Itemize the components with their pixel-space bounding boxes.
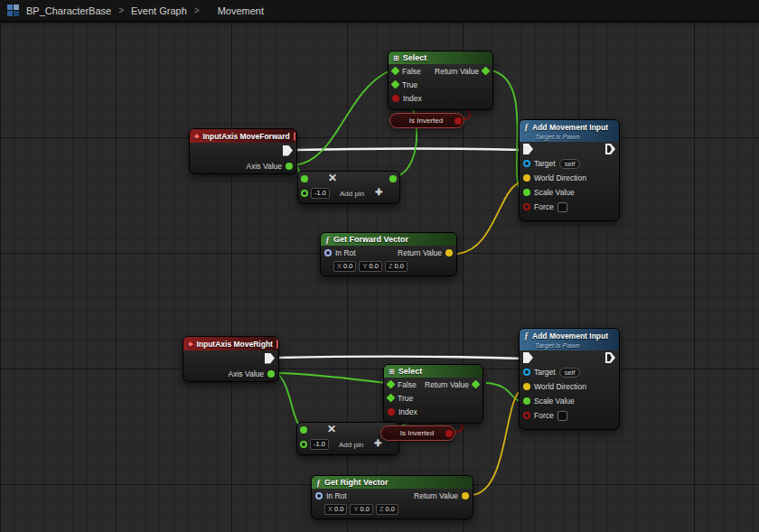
rot-y-input[interactable]: Y0.0 — [359, 261, 381, 272]
add-pin-label[interactable]: Add pin — [339, 441, 363, 449]
exec-output-pin[interactable] — [265, 353, 275, 364]
pin-row — [190, 143, 296, 158]
force-checkbox[interactable] — [558, 411, 567, 421]
pin-axis-value[interactable] — [267, 370, 275, 378]
node-header: ƒ Get Right Vector — [312, 476, 473, 489]
pin-row: Axis Value — [183, 366, 278, 381]
function-icon: ƒ — [524, 331, 529, 341]
pin-world-direction[interactable] — [523, 383, 530, 390]
pin-row: Target self — [520, 365, 619, 379]
breadcrumb-item-event-graph[interactable]: Event Graph — [131, 5, 187, 16]
exec-input-pin[interactable] — [523, 144, 533, 154]
wire-exec-moveright[interactable] — [278, 357, 523, 359]
node-header: ƒAdd Movement Input Target is Pawn — [520, 329, 619, 350]
pin-return-value[interactable] — [482, 67, 491, 76]
pin-label: True — [402, 80, 417, 89]
rot-z-input[interactable]: Z0.0 — [376, 504, 398, 515]
rot-x-input[interactable]: X0.0 — [333, 261, 356, 272]
variable-label: Is Inverted — [409, 117, 443, 125]
select-node-top[interactable]: ⊞ Select False Return Value True Index — [388, 51, 493, 110]
multiply-node-top[interactable]: ✕ -1.0 Add pin ✚ — [297, 171, 400, 204]
pin-return-value[interactable] — [472, 380, 481, 389]
wire-forwardvector-to-worlddirection[interactable] — [456, 182, 523, 254]
exec-input-pin[interactable] — [523, 352, 533, 363]
select-icon: ⊞ — [389, 368, 395, 376]
pin-in-rot[interactable] — [315, 492, 323, 499]
pin-target[interactable] — [523, 160, 530, 167]
breadcrumb-item-blueprint[interactable]: BP_CharacterBase — [26, 5, 111, 16]
pin-false[interactable] — [391, 67, 400, 76]
pin-bool-output[interactable] — [445, 430, 453, 437]
target-self-tag[interactable]: self — [559, 368, 581, 378]
target-self-tag[interactable]: self — [559, 159, 581, 169]
pin-row: True — [384, 391, 483, 405]
add-pin-label[interactable]: Add pin — [340, 190, 364, 198]
node-title: Get Forward Vector — [333, 235, 408, 244]
pin-multiply-a[interactable] — [300, 426, 307, 434]
pin-scale-value[interactable] — [523, 189, 530, 196]
get-forward-vector-node[interactable]: ƒ Get Forward Vector In Rot Return Value… — [320, 232, 457, 276]
pin-row: Scale Value — [520, 394, 619, 408]
pin-force[interactable] — [523, 203, 530, 210]
pin-label: Return Value — [425, 380, 469, 389]
wire-axis-to-select-false-top[interactable] — [295, 70, 390, 165]
exec-output-pin[interactable] — [605, 144, 615, 154]
add-pin-icon[interactable]: ✚ — [375, 187, 382, 197]
pin-multiply-b[interactable] — [301, 190, 308, 197]
pin-world-direction[interactable] — [523, 174, 530, 182]
function-icon: ƒ — [325, 235, 330, 245]
pin-label: Return Value — [398, 248, 442, 257]
wire-axis-to-multiply-bottom[interactable] — [276, 373, 302, 428]
wire-axis-to-select-false-bottom[interactable] — [276, 373, 386, 383]
pin-target[interactable] — [523, 369, 530, 376]
pin-multiply-output[interactable] — [389, 175, 397, 182]
is-inverted-variable-top[interactable]: Is Inverted — [389, 113, 464, 128]
pin-axis-value[interactable] — [286, 163, 293, 170]
pin-return-value[interactable] — [445, 249, 453, 257]
wire-exec-moveforward[interactable] — [295, 149, 523, 151]
pin-scale-value[interactable] — [523, 397, 530, 405]
blueprint-graph-editor[interactable]: BP_CharacterBase > Event Graph > Movemen… — [0, 0, 759, 532]
node-subtitle: Target is Pawn — [535, 341, 579, 350]
exec-output-pin[interactable] — [605, 352, 615, 363]
pin-multiply-b[interactable] — [300, 441, 307, 448]
add-movement-input-node-top[interactable]: ƒAdd Movement Input Target is Pawn Targe… — [519, 119, 620, 221]
node-title: Add Movement Input — [532, 331, 608, 341]
select-icon: ⊞ — [393, 54, 399, 62]
get-right-vector-node[interactable]: ƒ Get Right Vector In Rot Return Value X… — [311, 475, 473, 519]
pin-force[interactable] — [523, 412, 530, 419]
pin-multiply-a[interactable] — [301, 175, 308, 182]
rot-y-input[interactable]: Y0.0 — [350, 504, 372, 515]
pin-return-value[interactable] — [462, 492, 469, 499]
pin-label: Force — [534, 411, 554, 420]
pin-in-rot[interactable] — [324, 249, 332, 257]
pin-index[interactable] — [392, 95, 399, 102]
inputaxis-moveforward-node[interactable]: ◆ InputAxis MoveForward Axis Value — [189, 128, 297, 174]
add-movement-input-node-bottom[interactable]: ƒAdd Movement Input Target is Pawn Targe… — [519, 328, 620, 430]
function-icon: ƒ — [316, 478, 321, 488]
pin-true[interactable] — [387, 394, 396, 403]
pin-index[interactable] — [388, 408, 395, 415]
pin-bool-output[interactable] — [454, 117, 462, 125]
inputaxis-moveright-node[interactable]: ◆ InputAxis MoveRight Axis Value — [183, 336, 279, 382]
pin-label: Axis Value — [246, 162, 282, 171]
blueprint-icon — [7, 5, 19, 16]
exec-output-pin[interactable] — [283, 145, 293, 156]
node-title: Select — [403, 53, 427, 62]
add-pin-icon[interactable]: ✚ — [374, 438, 381, 448]
force-checkbox[interactable] — [558, 202, 567, 212]
pin-label: In Rot — [326, 491, 347, 500]
pin-false[interactable] — [387, 380, 396, 389]
select-node-bottom[interactable]: ⊞ Select False Return Value True Index — [383, 364, 483, 424]
multiply-b-value-input[interactable]: -1.0 — [311, 188, 330, 199]
pin-true[interactable] — [391, 80, 400, 89]
breadcrumb-item-movement[interactable]: Movement — [218, 5, 264, 16]
is-inverted-variable-bottom[interactable]: Is Inverted — [380, 425, 455, 441]
rotator-default-row: X0.0 Y0.0 Z0.0 — [312, 502, 473, 516]
pin-row: In Rot Return Value — [321, 246, 456, 259]
rot-x-input[interactable]: X0.0 — [324, 504, 347, 515]
wire-select-to-scale-bottom[interactable] — [486, 383, 523, 403]
rot-z-input[interactable]: Z0.0 — [385, 261, 408, 272]
pin-row: Scale Value — [520, 185, 619, 200]
multiply-b-value-input[interactable]: -1.0 — [310, 439, 329, 450]
